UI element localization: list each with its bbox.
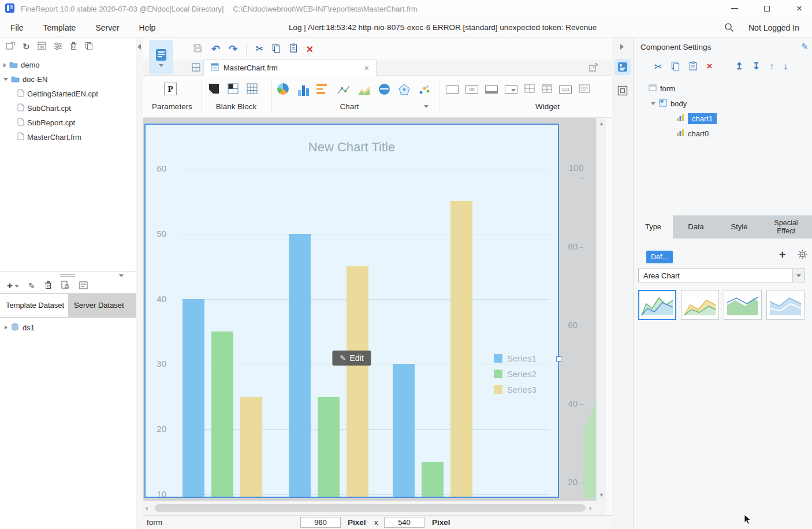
button-widget-icon[interactable]	[485, 85, 498, 94]
switch-workspace-icon[interactable]	[6, 42, 15, 52]
chevron-down-icon[interactable]	[159, 64, 163, 67]
menu-file[interactable]: File	[10, 23, 24, 32]
scroll-left-icon[interactable]: ‹	[146, 504, 148, 512]
report-block-icon[interactable]	[208, 83, 220, 96]
move-up-icon[interactable]: ↑	[769, 62, 774, 71]
tab-data[interactable]: Data	[673, 215, 719, 239]
number-widget-icon[interactable]: 123	[559, 85, 572, 94]
left-panel-gutter[interactable]	[136, 38, 143, 529]
scroll-up-icon[interactable]: ▲	[597, 119, 606, 128]
form-width-input[interactable]	[300, 517, 341, 528]
menu-template[interactable]: Template	[43, 23, 76, 32]
add-dataset-icon[interactable]: +	[7, 280, 19, 292]
minimize-icon[interactable]	[730, 4, 739, 13]
textarea-widget-icon[interactable]	[579, 84, 590, 95]
vertical-scrollbar[interactable]: ▲ ▼	[596, 118, 606, 501]
area-chart-style-3[interactable]	[724, 290, 762, 320]
dataset-item-ds1[interactable]: ds1	[0, 320, 136, 335]
scroll-down-icon[interactable]: ▼	[597, 490, 606, 500]
label-widget-icon[interactable]: lab	[465, 85, 478, 94]
tab-template-dataset[interactable]: Template Dataset	[0, 294, 68, 317]
refresh-icon[interactable]: ↻	[23, 42, 30, 52]
search-icon[interactable]	[724, 23, 734, 34]
column-chart-icon[interactable]	[296, 82, 310, 96]
select-caret-icon[interactable]	[792, 269, 804, 282]
textfield-widget-icon[interactable]	[446, 85, 459, 94]
combobox-widget-icon[interactable]	[505, 85, 517, 94]
pie-chart-icon[interactable]	[276, 82, 290, 96]
chart1-component[interactable]: New Chart Title Series1Series2Series3 ✎ …	[144, 124, 559, 498]
copy-icon[interactable]	[272, 43, 281, 54]
line-chart-icon[interactable]	[337, 82, 351, 96]
default-config-button[interactable]: Def...	[646, 251, 673, 263]
layout-tab-icon[interactable]	[616, 84, 629, 97]
collapse-icon[interactable]	[3, 78, 8, 81]
form-grid-toggle-icon[interactable]	[192, 63, 200, 73]
splitter-grip-icon[interactable]	[60, 274, 75, 277]
undo-icon[interactable]: ↶	[211, 44, 220, 54]
save-icon[interactable]	[193, 43, 203, 55]
log-alert-message[interactable]: Log | Alert:18:53:42 http-nio-8075-exec-…	[289, 23, 597, 32]
copy-icon[interactable]	[671, 61, 680, 72]
menu-help[interactable]: Help	[139, 23, 156, 32]
tree-file-subchart[interactable]: SubChart.cpt	[0, 101, 136, 116]
collapse-right-panel-icon[interactable]	[620, 44, 624, 50]
area-chart-style-2[interactable]	[681, 290, 719, 320]
tree-item-form[interactable]: form	[634, 81, 812, 96]
tab-server-dataset[interactable]: Server Dataset	[68, 294, 136, 317]
move-down-icon[interactable]: ↓	[783, 62, 788, 71]
tab-style[interactable]: Style	[719, 215, 759, 239]
tree-folder-doc-en[interactable]: doc-EN	[0, 72, 136, 87]
panel-splitter[interactable]	[0, 271, 136, 278]
menu-server[interactable]: Server	[95, 23, 119, 32]
area-chart-style-4[interactable]	[766, 290, 804, 320]
maximize-icon[interactable]	[762, 4, 772, 13]
tab-type[interactable]: Type	[634, 215, 673, 239]
close-tab-icon[interactable]: ×	[364, 64, 369, 73]
form-height-input[interactable]	[384, 517, 424, 528]
tree-file-masterchart[interactable]: MasterChart.frm	[0, 130, 136, 144]
tree-item-chart1[interactable]: chart1	[634, 111, 812, 126]
component-settings-tab-icon[interactable]	[614, 59, 631, 75]
paste-icon[interactable]	[689, 61, 697, 72]
expand-icon[interactable]	[3, 63, 6, 68]
delete-icon[interactable]: ×	[706, 61, 712, 72]
collapse-icon[interactable]	[651, 102, 655, 105]
table-block-icon[interactable]	[246, 83, 258, 96]
radar-chart-icon[interactable]	[397, 82, 411, 96]
form-canvas[interactable]: New Chart Title Series1Series2Series3 ✎ …	[143, 118, 596, 501]
tab-masterchart-frm[interactable]: MasterChart.frm ×	[203, 59, 377, 76]
chart-type-select[interactable]: Area Chart	[638, 269, 804, 282]
tree-file-subreport[interactable]: SubReport.cpt	[0, 116, 136, 130]
edit-dataset-icon[interactable]: ✎	[28, 281, 35, 290]
settings-icon[interactable]	[54, 42, 62, 52]
horizontal-scrollbar[interactable]: ‹ ›	[143, 501, 606, 515]
tab-special-effect[interactable]: Special Effect	[759, 215, 812, 239]
tree-folder-demo[interactable]: demo	[0, 58, 136, 72]
delete-dataset-icon[interactable]	[44, 281, 52, 291]
new-report-icon[interactable]	[38, 42, 46, 52]
gear-icon[interactable]	[798, 249, 807, 261]
close-icon[interactable]: ×	[795, 4, 804, 13]
resize-handle[interactable]	[556, 356, 561, 362]
tree-item-chart0[interactable]: chart0	[634, 126, 812, 141]
bar-chart-icon[interactable]	[316, 82, 330, 96]
delete-icon[interactable]	[70, 42, 77, 52]
grid-widget-icon[interactable]	[524, 84, 535, 95]
copy-icon[interactable]	[85, 42, 93, 52]
splitter-collapse-icon[interactable]	[119, 274, 124, 277]
edit-settings-icon[interactable]: ✎	[801, 42, 809, 52]
collapse-left-panel-icon[interactable]	[137, 44, 141, 50]
preview-dataset-icon[interactable]	[61, 281, 70, 291]
redo-icon[interactable]: ↷	[229, 44, 237, 54]
tree-file-gettingstarted[interactable]: GettingStartedEN.cpt	[0, 87, 136, 101]
expand-icon[interactable]	[5, 325, 8, 330]
chart-block-icon[interactable]	[227, 83, 239, 96]
dataset-config-icon[interactable]	[79, 281, 88, 291]
move-to-bottom-icon[interactable]: ↧	[753, 62, 760, 71]
tree-item-body[interactable]: body	[634, 96, 812, 111]
cut-icon[interactable]: ✂	[654, 61, 662, 72]
scroll-right-icon[interactable]: ›	[589, 504, 591, 512]
delete-icon[interactable]: ×	[306, 43, 313, 55]
scatter-chart-icon[interactable]	[418, 82, 431, 96]
